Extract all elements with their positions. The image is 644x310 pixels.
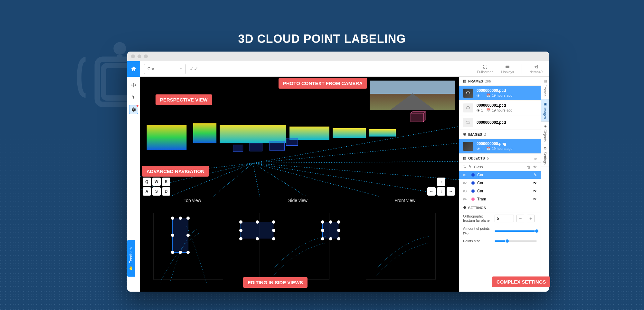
layers-icon: ▤ — [544, 79, 547, 83]
svg-rect-22 — [369, 129, 396, 137]
cloud-icon — [463, 89, 473, 98]
home-button[interactable] — [127, 61, 140, 77]
eye-icon[interactable]: 👁 — [533, 189, 537, 193]
svg-rect-18 — [193, 123, 216, 143]
layers-icon: ▤ — [463, 156, 466, 160]
svg-rect-4 — [506, 65, 509, 68]
maximize-icon[interactable] — [144, 54, 148, 58]
window-titlebar — [127, 52, 549, 61]
cube-tool[interactable] — [129, 105, 138, 114]
cloud-icon — [463, 118, 473, 127]
minimize-icon[interactable] — [137, 54, 141, 58]
side-tabs: ▤ Frames ▣ Images ◈ Objects ⚙ Settings — [541, 77, 549, 292]
color-icon: ✎ — [469, 165, 471, 169]
bbox-top[interactable] — [172, 218, 188, 253]
eye-icon[interactable]: 👁 — [533, 181, 537, 185]
filter-icon[interactable]: ⎄ — [535, 156, 537, 160]
frustum-input[interactable] — [495, 215, 514, 222]
nav-key-w[interactable]: W — [152, 178, 161, 186]
nav-key-e[interactable]: E — [162, 178, 170, 186]
nav-key-d[interactable]: D — [162, 187, 170, 196]
annotation-perspective: PERSPECTIVE VIEW — [156, 94, 212, 105]
main-viewport[interactable]: PERSPECTIVE VIEW PHOTO CONTEXT FROM CAME… — [140, 77, 459, 292]
color-dot-icon — [471, 173, 475, 177]
nav-key-right[interactable]: → — [447, 187, 455, 196]
nav-key-a[interactable]: A — [143, 187, 151, 196]
side-tab-frames[interactable]: ▤ Frames — [541, 77, 549, 99]
feedback-tab[interactable]: 💡 Feedback — [127, 240, 135, 277]
fullscreen-button[interactable]: Fullscreen — [477, 64, 494, 74]
setting-amount: Amount of points (%) — [459, 225, 541, 237]
setting-pointsize: Points size — [459, 237, 541, 245]
side-tab-objects[interactable]: ◈ Objects — [541, 122, 549, 144]
svg-rect-27 — [411, 113, 423, 122]
nav-key-left[interactable]: ← — [427, 187, 436, 196]
nav-key-up[interactable]: ↑ — [437, 178, 445, 186]
app-window: Car ✓✓ Fullscreen Hotkeys demo40 — [127, 52, 549, 292]
eye-icon[interactable]: 👁 — [533, 165, 537, 169]
cloud-icon — [463, 103, 473, 112]
pointsize-slider[interactable] — [495, 240, 537, 242]
class-select[interactable]: Car — [144, 64, 186, 74]
object-row[interactable]: #2 Car 👁 — [459, 179, 541, 187]
trash-icon[interactable]: 🗑 — [527, 165, 531, 169]
bbox-side[interactable] — [241, 222, 274, 239]
amount-slider[interactable] — [495, 230, 537, 232]
frame-item[interactable]: 0000000002.pcd — [459, 115, 541, 130]
svg-rect-21 — [333, 128, 366, 138]
layers-icon: ▤ — [463, 79, 466, 83]
svg-line-9 — [253, 163, 446, 195]
bbox-front[interactable] — [322, 222, 339, 239]
stepper-plus[interactable]: + — [527, 215, 535, 222]
pointer-tool[interactable] — [129, 93, 138, 102]
stepper-minus[interactable]: − — [516, 215, 524, 222]
frames-header: ▤ FRAMES 108 — [459, 77, 541, 86]
checkall-button[interactable]: ✓✓ — [190, 66, 198, 72]
object-row[interactable]: #1 Car ✎ — [459, 171, 541, 179]
gear-icon: ⚙ — [463, 206, 466, 210]
page-title: 3D CLOUD POINT LABELING — [238, 32, 406, 46]
top-toolbar: Car ✓✓ Fullscreen Hotkeys demo40 — [127, 61, 549, 77]
tool-badge-icon — [137, 105, 138, 107]
svg-rect-17 — [147, 125, 187, 150]
annotation-editing: EDITING IN SIDE VIEWS — [243, 277, 308, 288]
bulb-icon: 💡 — [129, 266, 133, 270]
color-dot-icon — [471, 189, 475, 193]
nav-key-s[interactable]: S — [152, 187, 161, 196]
move-tool[interactable] — [129, 81, 138, 90]
side-tab-settings[interactable]: ⚙ Settings — [541, 144, 549, 167]
setting-frustum: Orthographic frustum far plane − + — [459, 212, 541, 225]
annotation-advanced-nav: ADVANCED NAVIGATION — [142, 166, 209, 177]
svg-rect-30 — [366, 213, 436, 279]
edit-icon[interactable]: ✎ — [534, 173, 537, 177]
nav-key-q[interactable]: Q — [143, 178, 151, 186]
object-row[interactable]: #3 Car 👁 — [459, 187, 541, 195]
object-row[interactable]: #4 Tram 👁 — [459, 195, 541, 203]
annotation-photo-context: PHOTO CONTEXT FROM CAMERA — [279, 78, 367, 89]
hotkeys-button[interactable]: Hotkeys — [501, 64, 514, 74]
svg-rect-19 — [220, 125, 286, 143]
sort-icon[interactable]: ⇅ — [463, 165, 466, 169]
nav-key-down[interactable]: ↓ — [437, 187, 445, 196]
settings-header: ⚙ SETTINGS — [459, 203, 541, 212]
frame-item[interactable]: 0000000000.pcd 👁 1📅 19 hours ago — [459, 86, 541, 101]
camera-icon: ◉ — [463, 132, 466, 136]
svg-line-12 — [253, 163, 260, 196]
image-item[interactable]: 0000000000.png 👁 1📅 19 hours ago — [459, 139, 541, 154]
svg-line-13 — [213, 163, 253, 196]
svg-point-2 — [113, 42, 126, 55]
svg-rect-25 — [233, 145, 243, 151]
logout-button[interactable]: demo40 — [530, 64, 543, 74]
right-panel: ▤ FRAMES 108 0000000000.pcd 👁 1📅 19 hour… — [459, 77, 549, 292]
eye-icon[interactable]: 👁 — [533, 197, 537, 201]
frame-item[interactable]: 0000000001.pcd 👁 1📅 19 hours ago — [459, 101, 541, 115]
side-tab-images[interactable]: ▣ Images — [541, 99, 549, 122]
svg-rect-24 — [250, 143, 262, 151]
svg-line-11 — [253, 163, 306, 196]
cube-icon: ◈ — [544, 124, 546, 128]
svg-line-7 — [253, 161, 459, 163]
close-icon[interactable] — [131, 54, 135, 58]
image-icon: ▣ — [544, 102, 547, 106]
objects-header: ▤ OBJECTS 5 ⎄ — [459, 154, 541, 163]
camera-preview[interactable] — [370, 81, 455, 110]
